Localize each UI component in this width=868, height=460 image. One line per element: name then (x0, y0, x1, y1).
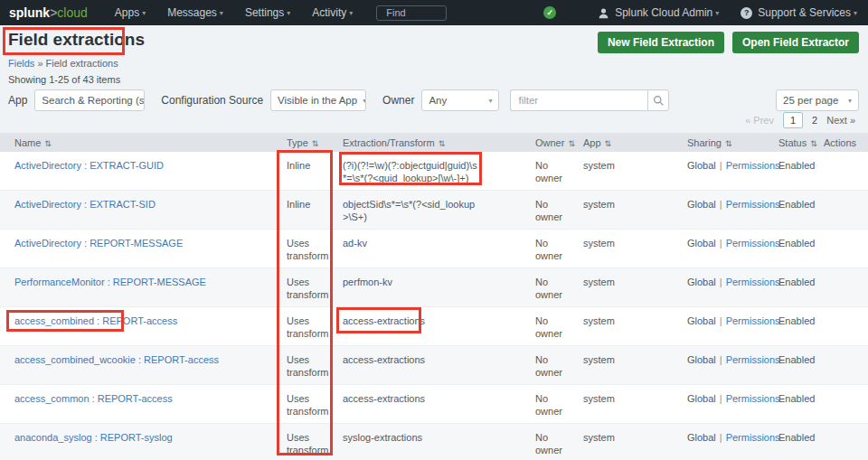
filter-text-input[interactable] (510, 89, 647, 111)
cell-owner: No owner (529, 307, 576, 346)
cell-actions (818, 346, 868, 385)
pagination-page-1-current[interactable]: 1 (783, 112, 803, 128)
sharing-separator: | (716, 238, 726, 249)
cell-status: Enabled (773, 268, 818, 307)
nav-right-cluster: ✓ Splunk Cloud Admin▾ ? Support & Servic… (543, 6, 857, 19)
column-header-status[interactable]: Status⇅ (773, 133, 818, 152)
extraction-value: perfmon-kv (343, 276, 392, 288)
breadcrumb-current: Field extractions (46, 58, 118, 69)
nav-menu-apps[interactable]: Apps▾ (115, 6, 146, 19)
column-header-type[interactable]: Type⇅ (277, 133, 335, 152)
configuration-source-dropdown[interactable]: Visible in the App▾ (270, 89, 366, 111)
cell-app: system (576, 385, 680, 424)
health-check-icon[interactable]: ✓ (543, 6, 556, 19)
cell-owner: No owner (529, 230, 576, 268)
search-button[interactable] (647, 89, 669, 111)
column-header-owner[interactable]: Owner⇅ (529, 133, 576, 152)
sort-icon: ⇅ (810, 139, 817, 148)
per-page-dropdown[interactable]: 25 per page▾ (776, 89, 859, 111)
sort-icon: ⇅ (568, 139, 575, 148)
pagination-prev[interactable]: « Prev (745, 115, 774, 126)
cell-type: Uses transform (277, 346, 335, 385)
top-nav-bar: splunk>cloud Apps▾ Messages▾ Settings▾ A… (0, 0, 868, 25)
cell-type: Uses transform (277, 385, 335, 424)
search-icon (653, 95, 665, 107)
cell-status: Enabled (773, 191, 818, 230)
extraction-name-link[interactable]: anaconda_syslog : REPORT-syslog (14, 432, 173, 443)
extraction-name-link[interactable]: ActiveDirectory : EXTRACT-SID (14, 199, 156, 210)
column-header-extraction-transform[interactable]: Extraction/Transform⇅ (335, 133, 529, 152)
cell-actions (818, 230, 868, 268)
owner-filter-dropdown[interactable]: Any▾ (421, 89, 499, 111)
permissions-link[interactable]: Permissions (726, 277, 780, 287)
extraction-name-link[interactable]: ActiveDirectory : REPORT-MESSAGE (14, 238, 183, 249)
cell-status: Enabled (773, 424, 818, 460)
owner-filter-label: Owner (382, 94, 414, 107)
permissions-link[interactable]: Permissions (726, 238, 780, 249)
nav-menu-activity-label: Activity (312, 6, 346, 19)
sharing-scope: Global (687, 354, 716, 365)
permissions-link[interactable]: Permissions (726, 354, 780, 365)
owner-filter-value: Any (429, 95, 447, 106)
cell-extraction: access-extractions (335, 307, 529, 346)
sort-icon: ⇅ (725, 139, 732, 148)
cell-extraction: access-extractions (335, 385, 529, 424)
cell-extraction: access-extractions (335, 346, 529, 385)
per-page-value: 25 per page (783, 95, 838, 106)
sharing-scope: Global (687, 199, 716, 210)
table-row: PerformanceMonitor : REPORT-MESSAGEUses … (0, 268, 868, 307)
cell-sharing: Global|Permissions (680, 307, 773, 346)
sharing-separator: | (716, 160, 726, 171)
cell-actions (818, 268, 868, 307)
nav-menu-messages[interactable]: Messages▾ (167, 6, 223, 19)
sharing-separator: | (716, 354, 726, 365)
nav-menu-settings[interactable]: Settings▾ (245, 6, 290, 19)
extraction-value: ad-kv (343, 237, 367, 249)
permissions-link[interactable]: Permissions (726, 199, 780, 210)
splunk-cloud-logo[interactable]: splunk>cloud (9, 5, 88, 20)
extraction-name-link[interactable]: PerformanceMonitor : REPORT-MESSAGE (14, 277, 206, 287)
sharing-scope: Global (687, 393, 716, 404)
cell-extraction: syslog-extractions (335, 424, 529, 460)
logo-product: cloud (57, 5, 87, 20)
cell-name: anaconda_syslog : REPORT-syslog (0, 424, 277, 460)
chevron-down-icon: ▾ (349, 9, 353, 17)
user-menu[interactable]: Splunk Cloud Admin▾ (615, 6, 719, 19)
cell-sharing: Global|Permissions (680, 152, 773, 191)
extraction-name-link[interactable]: access_combined : REPORT-access (14, 315, 177, 326)
new-field-extraction-button[interactable]: New Field Extraction (598, 32, 724, 53)
cell-sharing: Global|Permissions (680, 191, 773, 230)
permissions-link[interactable]: Permissions (726, 160, 780, 171)
extraction-name-link[interactable]: ActiveDirectory : EXTRACT-GUID (14, 160, 164, 171)
items-count-summary: Showing 1-25 of 43 items (8, 74, 120, 85)
breadcrumb-fields-link[interactable]: Fields (8, 58, 34, 69)
pagination-next[interactable]: Next » (826, 115, 855, 126)
table-header-row: Name⇅Type⇅Extraction/Transform⇅Owner⇅App… (0, 133, 868, 152)
find-search-input[interactable] (376, 5, 447, 21)
sharing-scope: Global (687, 160, 716, 171)
open-field-extractor-button[interactable]: Open Field Extractor (732, 32, 859, 53)
extraction-name-link[interactable]: access_combined_wcookie : REPORT-access (14, 354, 219, 365)
support-services-menu[interactable]: Support & Services▾ (758, 6, 857, 19)
pagination-page-2[interactable]: 2 (812, 115, 817, 126)
column-header-name[interactable]: Name⇅ (0, 133, 277, 152)
configuration-source-value: Visible in the App (278, 95, 357, 106)
extraction-value: objectSid\s*=\s*(?<sid_lookup>\S+) (343, 198, 480, 223)
column-header-label: Sharing (687, 137, 722, 148)
field-extractions-table: Name⇅Type⇅Extraction/Transform⇅Owner⇅App… (0, 133, 868, 460)
cell-type: Uses transform (277, 307, 335, 346)
column-header-app[interactable]: App⇅ (576, 133, 680, 152)
sharing-separator: | (716, 199, 726, 210)
cell-name: ActiveDirectory : EXTRACT-SID (0, 191, 277, 230)
app-filter-dropdown[interactable]: Search & Reporting (s...▾ (34, 89, 145, 111)
column-header-sharing[interactable]: Sharing⇅ (680, 133, 773, 152)
cell-sharing: Global|Permissions (680, 424, 773, 460)
permissions-link[interactable]: Permissions (726, 432, 780, 443)
cell-app: system (576, 346, 680, 385)
sort-icon: ⇅ (605, 139, 612, 148)
nav-menu-activity[interactable]: Activity▾ (312, 6, 353, 19)
permissions-link[interactable]: Permissions (726, 315, 780, 326)
permissions-link[interactable]: Permissions (726, 393, 780, 404)
extraction-name-link[interactable]: access_common : REPORT-access (14, 393, 173, 404)
column-header-label: Actions (824, 137, 856, 148)
